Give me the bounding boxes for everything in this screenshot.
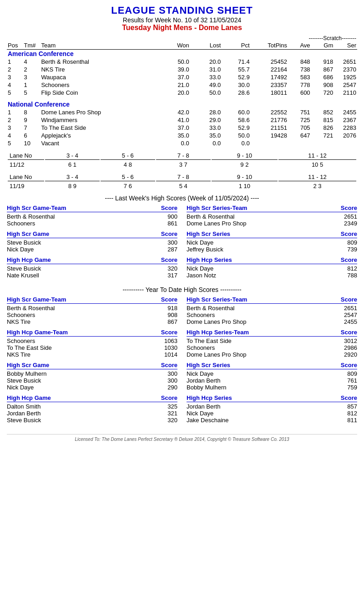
list-item: Dome Lanes Pro Shop 2349	[187, 220, 357, 227]
list-item: Berth & Rosenthal 2651	[187, 213, 357, 220]
ytd-scr-series-team-title: High Scr Series-Team Score	[187, 296, 357, 304]
list-item: Berth & Rosenthal 900	[7, 213, 177, 220]
lane-val-910-1112: 9 2	[212, 161, 278, 169]
table-row: 5 5 Flip Side Coin 20.0 50.0 28.6 18011 …	[7, 89, 357, 97]
col-pct: Pct	[222, 41, 250, 50]
list-item: Schooners 908	[7, 312, 177, 318]
lane-col-34-2: 3 - 4	[45, 173, 100, 181]
list-item: To The East Side 1030	[7, 344, 177, 351]
col-gm: Gm	[311, 41, 334, 50]
ytd-title: ---------- Year To Date High Scores ----…	[7, 286, 357, 293]
list-item: Nick Daye 809	[187, 239, 357, 246]
ytd-hcp-series-team-title: High Hcp Series-Team Score	[187, 329, 357, 337]
list-item: Jason Notz 788	[187, 272, 357, 279]
lane-col-56: 5 - 6	[101, 152, 155, 160]
table-row: 1 4 Berth & Rosenthal 50.0 20.0 71.4 254…	[7, 58, 357, 66]
ytd-right: High Scr Series-Team Score Berth & Rosen…	[187, 296, 357, 427]
list-item: Schooners 1063	[7, 337, 177, 344]
list-item: Jordan Berth 857	[187, 403, 357, 410]
ytd-grid: High Scr Game-Team Score Berth & Rosenth…	[7, 296, 357, 427]
lw-hcp-game-title: High Hcp Game Score	[7, 256, 177, 264]
subtitle: Results for Week No. 10 of 32 11/05/2024	[7, 16, 357, 24]
ytd-left: High Scr Game-Team Score Berth & Rosenth…	[7, 296, 177, 427]
col-totpins: TotPins	[251, 41, 288, 50]
last-week-left: High Scr Game-Team Score Berth & Rosenth…	[7, 204, 177, 282]
list-item: Schooners 2986	[187, 344, 357, 351]
ytd-scr-series-team-block: High Scr Series-Team Score Berth & Rosen…	[187, 296, 357, 325]
list-item: Jake Deschaine 811	[187, 417, 357, 424]
list-item: NKS Tire 1014	[7, 351, 177, 358]
table-row: 3 3 Waupaca 37.0 33.0 52.9 17492 583 686…	[7, 73, 357, 81]
lane-val-34-1119: 8 9	[45, 182, 100, 190]
lane-header-row-1119: Lane No 3 - 4 5 - 6 7 - 8 9 - 10 11 - 12	[8, 173, 356, 181]
lane-val-1112-1112: 10 5	[278, 161, 356, 169]
last-week-title: ---- Last Week's High Scores (Week of 11…	[7, 194, 357, 202]
page: LEAGUE STANDING SHEET Results for Week N…	[0, 0, 364, 446]
american-conf-header: American Conference	[7, 50, 357, 58]
list-item: NKS Tire 867	[7, 318, 177, 325]
footer: Licensed To: The Dome Lanes Perfect Secr…	[7, 434, 357, 442]
list-item: Nick Daye 809	[187, 370, 357, 377]
list-item: Dalton Smith 325	[7, 403, 177, 410]
ytd-scr-series-block: High Scr Series Score Nick Daye 809 Jord…	[187, 362, 357, 391]
lane-col-34: 3 - 4	[45, 152, 100, 160]
ytd-hcp-series-block: High Hcp Series Score Jordan Berth 857 N…	[187, 394, 357, 424]
ytd-hcp-game-team-block: High Hcp Game-Team Score Schooners 1063 …	[7, 329, 177, 358]
col-team: Team	[40, 41, 158, 50]
lw-scr-series-team-title: High Scr Series-Team Score	[187, 204, 357, 212]
col-ave: Ave	[288, 41, 311, 50]
lane-col-78: 7 - 8	[156, 152, 211, 160]
list-item: Jeffrey Busick 739	[187, 246, 357, 253]
lw-hcp-series-title: High Hcp Series Score	[187, 256, 357, 264]
lane-val-78-1119: 5 4	[156, 182, 211, 190]
lane-col-56-2: 5 - 6	[101, 173, 155, 181]
event-title: Tuesday Night Mens - Dome Lanes	[7, 24, 357, 32]
list-item: Nick Daye 812	[187, 410, 357, 417]
lane-no-label-2: Lane No	[8, 173, 44, 181]
list-item: Dome Lanes Pro Shop 2455	[187, 318, 357, 325]
lane-table-1112: Lane No 3 - 4 5 - 6 7 - 8 9 - 10 11 - 12…	[7, 151, 357, 169]
col-pos: Pos	[7, 41, 23, 50]
lw-scr-game-title: High Scr Game Score	[7, 230, 177, 238]
lane-header-row-1112: Lane No 3 - 4 5 - 6 7 - 8 9 - 10 11 - 12	[8, 152, 356, 160]
list-item: Jordan Berth 761	[187, 377, 357, 384]
lw-scr-series-block: High Scr Series Score Nick Daye 809 Jeff…	[187, 230, 357, 253]
table-row: 3 7 To The East Side 37.0 33.0 52.9 2115…	[7, 124, 357, 132]
table-row: 2 9 Windjammers 41.0 29.0 58.6 21776 725…	[7, 116, 357, 124]
lw-scr-game-block: High Scr Game Score Steve Busick 300 Nic…	[7, 230, 177, 253]
national-conf-header: National Conference	[7, 100, 357, 108]
ytd-hcp-game-block: High Hcp Game Score Dalton Smith 325 Jor…	[7, 394, 177, 424]
table-row: 5 10 Vacant 0.0 0.0 0.0	[7, 139, 357, 147]
lane-table-1119: Lane No 3 - 4 5 - 6 7 - 8 9 - 10 11 - 12…	[7, 172, 357, 191]
lw-hcp-game-block: High Hcp Game Score Steve Busick 320 Nat…	[7, 256, 177, 279]
scratch-header: --------Scratch--------	[288, 35, 357, 41]
ytd-scr-game-team-block: High Scr Game-Team Score Berth & Rosenth…	[7, 296, 177, 325]
lane-val-34-1112: 6 1	[45, 161, 100, 169]
list-item: Steve Busick 300	[7, 239, 177, 246]
list-item: Nick Daye 290	[7, 384, 177, 391]
lane-date-1119: 11/19	[8, 182, 44, 190]
list-item: Schooners 2547	[187, 312, 357, 318]
last-week-right: High Scr Series-Team Score Berth & Rosen…	[187, 204, 357, 282]
lane-col-1112: 11 - 12	[278, 152, 356, 160]
lw-hcp-series-block: High Hcp Series Score Nick Daye 812 Jaso…	[187, 256, 357, 279]
lane-val-56-1119: 7 6	[101, 182, 155, 190]
col-tm: Tm#	[23, 41, 40, 50]
lane-val-78-1112: 3 7	[156, 161, 211, 169]
ytd-section: ---------- Year To Date High Scores ----…	[7, 286, 357, 427]
lane-data-row-1119: 11/19 8 9 7 6 5 4 1 10 2 3	[8, 182, 356, 190]
ytd-hcp-series-team-block: High Hcp Series-Team Score To The East S…	[187, 329, 357, 358]
last-week-section: ---- Last Week's High Scores (Week of 11…	[7, 194, 357, 282]
table-row: 4 6 Applejack's 35.0 35.0 50.0 19428 647…	[7, 132, 357, 139]
list-item: To The East Side 3012	[187, 337, 357, 344]
lane-col-1112-2: 11 - 12	[278, 173, 356, 181]
lane-col-78-2: 7 - 8	[156, 173, 211, 181]
lane-val-56-1112: 4 8	[101, 161, 155, 169]
header: LEAGUE STANDING SHEET Results for Week N…	[7, 5, 357, 32]
ytd-scr-game-title: High Scr Game Score	[7, 362, 177, 369]
list-item: Bobby Mulhern 759	[187, 384, 357, 391]
lane-col-910-2: 9 - 10	[212, 173, 278, 181]
lane-date-1112: 11/12	[8, 161, 44, 169]
col-ser: Ser	[334, 41, 357, 50]
list-item: Dome Lanes Pro Shop 2920	[187, 351, 357, 358]
